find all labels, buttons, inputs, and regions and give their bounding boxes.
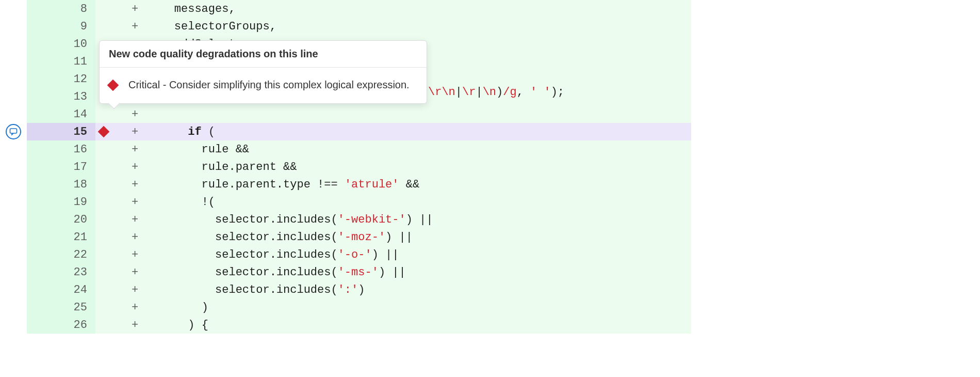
code-content[interactable]: rule && — [147, 140, 691, 158]
line-number[interactable]: 13 — [27, 88, 95, 105]
diff-row[interactable]: 9+ selectorGroups, — [0, 18, 980, 35]
code-content[interactable]: ) — [147, 299, 691, 316]
diff-row[interactable]: 25+ ) — [0, 299, 980, 316]
right-padding — [691, 53, 980, 70]
code-content[interactable]: selector.includes('-ms-') || — [147, 263, 691, 281]
comment-gutter[interactable] — [0, 299, 27, 316]
diff-sign: + — [132, 0, 147, 18]
diff-sign: + — [132, 299, 147, 316]
right-padding — [691, 211, 980, 228]
comment-gutter[interactable] — [0, 158, 27, 176]
diff-row[interactable]: 20+ selector.includes('-webkit-') || — [0, 211, 980, 228]
comment-gutter[interactable] — [0, 263, 27, 281]
code-content[interactable]: messages, — [147, 0, 691, 18]
line-number[interactable]: 11 — [27, 53, 95, 70]
right-padding — [691, 228, 980, 246]
right-padding — [691, 193, 980, 211]
line-number[interactable]: 20 — [27, 211, 95, 228]
comment-gutter[interactable] — [0, 228, 27, 246]
right-padding — [691, 88, 980, 105]
diff-sign: + — [132, 211, 147, 228]
line-number[interactable]: 23 — [27, 263, 95, 281]
inline-marker-cell — [95, 176, 132, 193]
comment-gutter[interactable] — [0, 53, 27, 70]
line-number[interactable]: 18 — [27, 176, 95, 193]
diff-row[interactable]: 8+ messages, — [0, 0, 980, 18]
comment-gutter[interactable] — [0, 18, 27, 35]
line-number[interactable]: 12 — [27, 70, 95, 88]
diff-sign: + — [132, 316, 147, 334]
line-number[interactable]: 21 — [27, 228, 95, 246]
right-padding — [691, 0, 980, 18]
inline-marker-cell — [95, 246, 132, 263]
diff-sign: + — [132, 105, 147, 123]
diff-sign: + — [132, 18, 147, 35]
diff-sign: + — [132, 176, 147, 193]
right-padding — [691, 263, 980, 281]
line-number[interactable]: 17 — [27, 158, 95, 176]
right-padding — [691, 35, 980, 53]
diff-row[interactable]: 14+ — [0, 105, 980, 123]
comment-gutter[interactable] — [0, 281, 27, 299]
right-padding — [691, 158, 980, 176]
severity-critical-icon — [107, 79, 119, 91]
inline-marker-cell — [95, 281, 132, 299]
code-content[interactable]: rule.parent && — [147, 158, 691, 176]
line-number[interactable]: 10 — [27, 35, 95, 53]
diff-row[interactable]: 23+ selector.includes('-ms-') || — [0, 263, 980, 281]
diff-sign: + — [132, 263, 147, 281]
comment-gutter[interactable] — [0, 123, 27, 140]
diff-sign: + — [132, 140, 147, 158]
diff-row[interactable]: 26+ ) { — [0, 316, 980, 334]
line-number[interactable]: 8 — [27, 0, 95, 18]
diff-row[interactable]: 16+ rule && — [0, 140, 980, 158]
line-number[interactable]: 16 — [27, 140, 95, 158]
severity-critical-icon[interactable] — [98, 126, 110, 138]
code-content[interactable]: selector.includes('-moz-') || — [147, 228, 691, 246]
comment-gutter[interactable] — [0, 35, 27, 53]
line-number[interactable]: 24 — [27, 281, 95, 299]
line-number[interactable]: 19 — [27, 193, 95, 211]
comment-gutter[interactable] — [0, 105, 27, 123]
diff-row[interactable]: 21+ selector.includes('-moz-') || — [0, 228, 980, 246]
code-content[interactable]: selector.includes(':') — [147, 281, 691, 299]
comment-gutter[interactable] — [0, 246, 27, 263]
diff-row[interactable]: 18+ rule.parent.type !== 'atrule' && — [0, 176, 980, 193]
code-content[interactable]: rule.parent.type !== 'atrule' && — [147, 176, 691, 193]
code-content[interactable]: if ( — [147, 123, 691, 140]
code-content[interactable]: !( — [147, 193, 691, 211]
code-content[interactable] — [147, 105, 691, 123]
right-padding — [691, 70, 980, 88]
comment-gutter[interactable] — [0, 88, 27, 105]
svg-rect-0 — [10, 129, 17, 133]
code-content[interactable]: ) { — [147, 316, 691, 334]
comment-gutter[interactable] — [0, 140, 27, 158]
comment-gutter[interactable] — [0, 0, 27, 18]
comment-gutter[interactable] — [0, 211, 27, 228]
line-number[interactable]: 26 — [27, 316, 95, 334]
right-padding — [691, 176, 980, 193]
comment-gutter[interactable] — [0, 176, 27, 193]
code-content[interactable]: selectorGroups, — [147, 18, 691, 35]
inline-marker-cell[interactable] — [95, 123, 132, 140]
code-line-partial-13: \r\n|\r|\n)/g, ' '); — [428, 86, 564, 99]
line-number[interactable]: 25 — [27, 299, 95, 316]
diff-row[interactable]: 17+ rule.parent && — [0, 158, 980, 176]
comment-gutter[interactable] — [0, 193, 27, 211]
line-number[interactable]: 14 — [27, 105, 95, 123]
diff-row[interactable]: 24+ selector.includes(':') — [0, 281, 980, 299]
code-content[interactable]: selector.includes('-webkit-') || — [147, 211, 691, 228]
inline-marker-cell — [95, 211, 132, 228]
diff-row[interactable]: 22+ selector.includes('-o-') || — [0, 246, 980, 263]
line-number[interactable]: 22 — [27, 246, 95, 263]
diff-row[interactable]: 15+ if ( — [0, 123, 980, 140]
diff-sign: + — [132, 123, 147, 140]
add-comment-icon[interactable] — [6, 124, 21, 139]
line-number[interactable]: 15 — [27, 123, 95, 140]
line-number[interactable]: 9 — [27, 18, 95, 35]
comment-gutter[interactable] — [0, 316, 27, 334]
code-content[interactable]: selector.includes('-o-') || — [147, 246, 691, 263]
inline-marker-cell — [95, 158, 132, 176]
comment-gutter[interactable] — [0, 70, 27, 88]
diff-row[interactable]: 19+ !( — [0, 193, 980, 211]
